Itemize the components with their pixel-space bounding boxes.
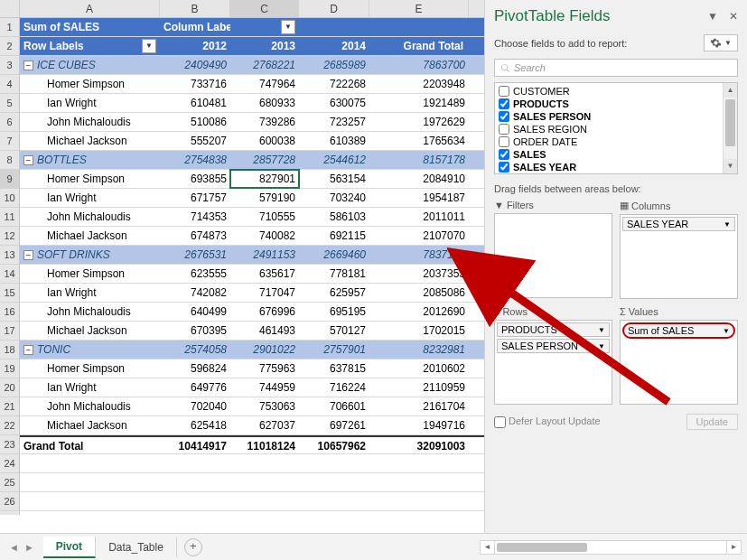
field-item-sales-person[interactable]: SALES PERSON [499, 110, 733, 123]
data-cell[interactable]: 1949716 [369, 416, 469, 434]
data-cell[interactable]: 717047 [230, 284, 299, 302]
column-labels-dropdown-icon[interactable]: ▼ [281, 20, 295, 34]
row-header-4[interactable]: 4 [0, 75, 19, 94]
row-header-9[interactable]: 9 [0, 170, 19, 189]
row-header-8[interactable]: 8 [0, 151, 19, 170]
field-checkbox[interactable] [499, 111, 509, 122]
horizontal-scrollbar[interactable]: ◄ ► [480, 540, 742, 555]
data-cell[interactable]: 461493 [230, 322, 299, 340]
tab-data-table[interactable]: Data_Table [96, 537, 177, 557]
data-cell[interactable]: 747964 [230, 75, 299, 93]
data-cell[interactable]: 716224 [299, 378, 369, 397]
row-header-25[interactable]: 25 [0, 473, 19, 492]
data-cell[interactable]: 2037353 [369, 265, 469, 283]
data-cell[interactable]: 778181 [299, 265, 369, 283]
grand-total-header[interactable]: Grand Total [369, 37, 469, 55]
data-cell[interactable]: 640499 [160, 303, 230, 321]
select-all-corner[interactable] [0, 0, 20, 17]
row-header-21[interactable]: 21 [0, 397, 19, 416]
data-cell[interactable]: 586103 [299, 208, 369, 226]
empty-cell[interactable] [230, 454, 299, 472]
data-cell[interactable]: 706601 [299, 397, 369, 415]
data-cell[interactable]: 739286 [230, 113, 299, 131]
data-cell[interactable]: 693855 [160, 170, 230, 188]
tab-nav-first-icon[interactable]: ◄ [9, 542, 19, 553]
data-cell[interactable]: 733716 [160, 75, 230, 93]
values-chip-sum-of-sales[interactable]: Sum of SALES▼ [622, 322, 735, 339]
data-cell[interactable]: 2491153 [230, 246, 299, 264]
empty-cell[interactable] [230, 473, 299, 491]
data-cell[interactable]: 722268 [299, 75, 369, 93]
data-cell[interactable]: 1702015 [369, 322, 469, 340]
data-cell[interactable]: 600038 [230, 132, 299, 150]
empty-cell[interactable] [369, 473, 469, 491]
empty-cell[interactable] [20, 492, 160, 510]
data-cell[interactable]: 11018124 [230, 437, 299, 453]
data-cell[interactable]: 2544612 [299, 151, 369, 169]
data-cell[interactable]: 697261 [299, 416, 369, 434]
row-label-cell[interactable]: −TONIC [20, 341, 160, 359]
field-item-order-date[interactable]: ORDER DATE [499, 135, 733, 148]
data-cell[interactable]: 1954187 [369, 189, 469, 207]
row-label-cell[interactable]: −SOFT DRINKS [20, 246, 160, 264]
year-2012[interactable]: 2012 [160, 37, 230, 55]
panel-close-icon[interactable]: ✕ [729, 10, 738, 23]
values-drop-area[interactable]: Sum of SALES▼ [620, 320, 738, 405]
hscroll-thumb[interactable] [497, 543, 587, 552]
data-cell[interactable]: 753063 [230, 397, 299, 415]
data-cell[interactable]: 10414917 [160, 437, 230, 453]
data-cell[interactable]: 723257 [299, 113, 369, 131]
data-cell[interactable]: 8232981 [369, 341, 469, 359]
row-header-17[interactable]: 17 [0, 322, 19, 341]
hscroll-right-icon[interactable]: ► [726, 541, 741, 554]
data-cell[interactable]: 625418 [160, 416, 230, 434]
collapse-icon[interactable]: − [23, 345, 33, 355]
data-cell[interactable]: 827901 [230, 170, 299, 188]
row-label-cell[interactable]: John Michaloudis [20, 113, 160, 131]
data-cell[interactable]: 623555 [160, 265, 230, 283]
year-2013[interactable]: 2013 [230, 37, 299, 55]
data-cell[interactable]: 610389 [299, 132, 369, 150]
row-header-16[interactable]: 16 [0, 303, 19, 322]
row-label-cell[interactable]: Michael Jackson [20, 227, 160, 245]
data-cell[interactable]: 2901022 [230, 341, 299, 359]
data-cell[interactable]: 32091003 [369, 437, 469, 453]
data-cell[interactable]: 714353 [160, 208, 230, 226]
tab-nav-prev-icon[interactable]: ► [24, 542, 34, 553]
data-cell[interactable]: 676996 [230, 303, 299, 321]
data-cell[interactable]: 7863700 [369, 56, 469, 74]
row-label-cell[interactable]: Michael Jackson [20, 322, 160, 340]
data-cell[interactable]: 563154 [299, 170, 369, 188]
data-cell[interactable]: 670395 [160, 322, 230, 340]
col-header-d[interactable]: D [299, 0, 369, 17]
data-cell[interactable]: 710555 [230, 208, 299, 226]
data-cell[interactable]: 555207 [160, 132, 230, 150]
row-header-14[interactable]: 14 [0, 265, 19, 284]
update-button[interactable]: Update [686, 414, 738, 430]
data-cell[interactable]: 2011011 [369, 208, 469, 226]
data-cell[interactable]: 630075 [299, 94, 369, 112]
row-header-7[interactable]: 7 [0, 132, 19, 151]
data-cell[interactable]: 570127 [299, 322, 369, 340]
data-cell[interactable]: 596824 [160, 359, 230, 378]
rows-chip-sales-person[interactable]: SALES PERSON▼ [497, 339, 610, 353]
data-cell[interactable]: 1765634 [369, 132, 469, 150]
row-label-cell[interactable]: Homer Simpson [20, 265, 160, 283]
empty-cell[interactable] [369, 492, 469, 510]
hscroll-left-icon[interactable]: ◄ [481, 541, 495, 554]
data-cell[interactable]: 2676531 [160, 246, 230, 264]
row-header-11[interactable]: 11 [0, 208, 19, 227]
data-cell[interactable]: 635617 [230, 265, 299, 283]
field-checkbox[interactable] [499, 124, 509, 135]
data-cell[interactable]: 2757901 [299, 341, 369, 359]
row-header-26[interactable]: 26 [0, 492, 19, 511]
row-header-2[interactable]: 2 [0, 37, 19, 56]
data-cell[interactable]: 579190 [230, 189, 299, 207]
col-header-e[interactable]: E [369, 0, 469, 17]
field-checkbox[interactable] [499, 86, 509, 97]
rows-drop-area[interactable]: PRODUCTS▼ SALES PERSON▼ [494, 320, 612, 405]
defer-layout-checkbox[interactable]: Defer Layout Update [494, 415, 601, 428]
row-header-3[interactable]: 3 [0, 56, 19, 75]
row-labels-dropdown-icon[interactable]: ▼ [142, 39, 156, 53]
col-header-a[interactable]: A [20, 0, 160, 17]
